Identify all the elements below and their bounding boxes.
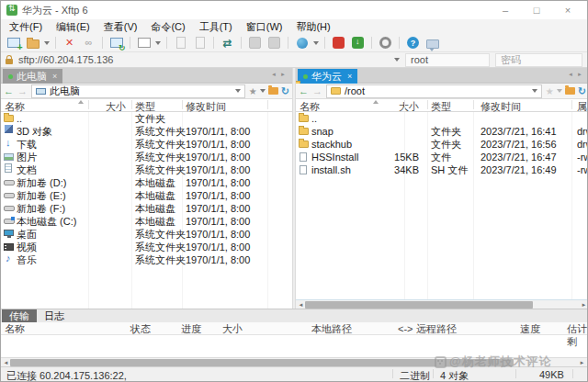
watermark-text: @杨老师技术评论 [449, 354, 552, 370]
sync-browsing-caret-icon[interactable] [313, 41, 319, 45]
local-path-combobox[interactable]: 此电脑 [31, 84, 245, 98]
col-eta[interactable]: 估计剩 [567, 322, 587, 348]
scrollbar-thumb[interactable] [305, 301, 533, 309]
reconnect-icon[interactable]: ∞ [81, 36, 96, 51]
views-icon[interactable] [136, 36, 152, 51]
home-folder-icon[interactable] [565, 87, 575, 95]
address-bar: sftp://60.204.175.136 root 密码 [1, 52, 587, 68]
home-folder-icon[interactable] [268, 87, 278, 95]
tab-scroll-arrows-icon[interactable]: ◄► [568, 72, 586, 77]
tab-scroll-arrows-icon[interactable]: ◄► [271, 72, 289, 77]
new-window-icon[interactable] [108, 36, 124, 51]
scroll-left-icon[interactable]: ◄ [2, 359, 10, 366]
help-icon[interactable]: ? [405, 36, 421, 51]
col-local-path[interactable]: 本地路径 [311, 322, 352, 335]
file-row[interactable]: HSSInstall15KB文件2023/7/21, 16:47-rwxr- [296, 151, 588, 163]
sync-browsing-icon[interactable] [294, 36, 310, 51]
file-name: HSSInstall [311, 151, 358, 163]
menu-edit[interactable]: 编辑(E) [56, 20, 90, 34]
open-session-caret-icon[interactable] [44, 41, 50, 45]
file-row[interactable]: 下载系统文件夹1970/1/1, 8:00 [1, 138, 292, 151]
menu-view[interactable]: 查看(V) [104, 20, 138, 34]
menu-help[interactable]: 帮助(H) [296, 20, 330, 34]
favorites-star-icon[interactable]: ★ [546, 86, 554, 96]
disconnect-icon[interactable]: ✕ [62, 36, 77, 51]
file-row[interactable]: stackhub文件夹2023/7/21, 16:56drwxr- [296, 138, 588, 151]
col-remote-path[interactable]: 远程路径 [416, 322, 457, 335]
file-type: 系统文件夹 [135, 138, 186, 151]
forward-icon[interactable]: → [312, 85, 322, 96]
maximize-button[interactable]: □ [530, 5, 543, 16]
file-type: 系统文件夹 [135, 163, 186, 176]
file-row[interactable]: 本地磁盘 (C:)本地磁盘1970/1/1, 8:00 [1, 215, 292, 228]
file-modified: 1970/1/1, 8:00 [186, 176, 250, 189]
views-caret-icon[interactable] [155, 41, 161, 45]
new-session-icon[interactable] [6, 36, 21, 51]
col-name[interactable]: 名称 [5, 322, 25, 335]
tab-transfer[interactable]: 传输 [2, 309, 37, 322]
file-row[interactable]: 新加卷 (F:)本地磁盘1970/1/1, 8:00 [1, 202, 292, 215]
remote-horizontal-scrollbar[interactable]: ◄ ► [296, 299, 588, 309]
tab-remote-close-icon[interactable]: × [347, 72, 352, 81]
tab-local[interactable]: 此电脑 × [3, 69, 62, 84]
col-direction[interactable]: <-> [398, 322, 413, 335]
file-row[interactable]: ..文件夹 [1, 112, 292, 125]
local-path-caret-icon[interactable] [235, 89, 241, 93]
col-status[interactable]: 状态 [130, 322, 151, 335]
file-name: stackhub [311, 138, 352, 151]
file-row[interactable]: 视频系统文件夹1970/1/1, 8:00 [1, 241, 292, 253]
minimize-button[interactable]: – [499, 5, 512, 16]
xftp-download-icon[interactable] [350, 36, 366, 51]
username-field[interactable]: root [405, 53, 490, 67]
scroll-right-icon[interactable]: ► [580, 301, 588, 309]
file-row[interactable]: 新加卷 (D:)本地磁盘1970/1/1, 8:00 [1, 176, 292, 189]
file-row[interactable]: 图片系统文件夹1970/1/1, 8:00 [1, 151, 292, 163]
refresh-icon[interactable]: ↻ [578, 85, 586, 97]
remote-pane: 华为云 × ◄► ← → /root ★ ↻ [296, 68, 588, 309]
tab-remote[interactable]: 华为云 × [298, 69, 357, 84]
remote-path-combobox[interactable]: /root [326, 84, 542, 98]
file-row[interactable]: 桌面系统文件夹1970/1/1, 8:00 [1, 228, 292, 241]
file-name: snap [311, 125, 334, 138]
open-session-icon[interactable] [25, 36, 40, 51]
password-field[interactable]: 密码 [495, 53, 582, 67]
xshell-icon[interactable] [331, 36, 346, 51]
file-row[interactable]: 音乐系统文件夹1970/1/1, 8:00 [1, 253, 292, 266]
favorites-caret-icon[interactable] [557, 89, 562, 93]
file-row[interactable]: snap文件夹2023/7/21, 16:41drwx-- [296, 125, 588, 138]
back-icon[interactable]: ← [299, 85, 309, 96]
forward-icon[interactable]: → [17, 85, 28, 96]
file-modified: 2023/7/21, 16:47 [481, 151, 557, 163]
menu-file[interactable]: 文件(F) [9, 20, 42, 34]
refresh-icon[interactable]: ↻ [281, 85, 289, 97]
host-combobox[interactable]: sftp://60.204.175.136 [18, 54, 400, 65]
file-row[interactable]: 3D 对象系统文件夹1970/1/1, 8:00 [1, 125, 292, 138]
options-gear-icon[interactable] [378, 36, 393, 51]
favorites-caret-icon[interactable] [260, 89, 266, 93]
remote-path-caret-icon[interactable] [532, 89, 537, 93]
tab-log[interactable]: 日志 [37, 309, 72, 322]
host-caret-icon[interactable] [394, 58, 400, 62]
scroll-left-icon[interactable]: ◄ [297, 301, 305, 309]
menu-tools[interactable]: 工具(T) [199, 20, 232, 34]
file-row[interactable]: 新加卷 (E:)本地磁盘1970/1/1, 8:00 [1, 189, 292, 202]
system-drive-icon [4, 219, 15, 224]
folder-icon [331, 87, 341, 95]
file-row[interactable]: install.sh34KBSH 文件2023/7/21, 16:49-rw-r… [296, 163, 588, 176]
favorites-star-icon[interactable]: ★ [249, 86, 257, 96]
close-button[interactable]: × [561, 5, 574, 16]
col-size[interactable]: 大小 [222, 322, 243, 335]
back-icon[interactable]: ← [4, 85, 14, 96]
transfer-icon[interactable]: ⇄ [220, 36, 235, 51]
menu-window[interactable]: 窗口(W) [246, 20, 283, 34]
col-progress[interactable]: 进度 [181, 322, 201, 335]
col-speed[interactable]: 速度 [520, 322, 540, 335]
file-row[interactable]: .. [296, 112, 588, 125]
file-attributes: drwx-- [577, 125, 588, 138]
tab-local-close-icon[interactable]: × [52, 72, 57, 81]
drive-icon [4, 193, 15, 198]
pictures-icon [4, 153, 14, 161]
file-row[interactable]: 文档系统文件夹1970/1/1, 8:00 [1, 163, 292, 176]
feedback-icon[interactable] [424, 36, 440, 51]
menu-command[interactable]: 命令(C) [151, 20, 185, 34]
